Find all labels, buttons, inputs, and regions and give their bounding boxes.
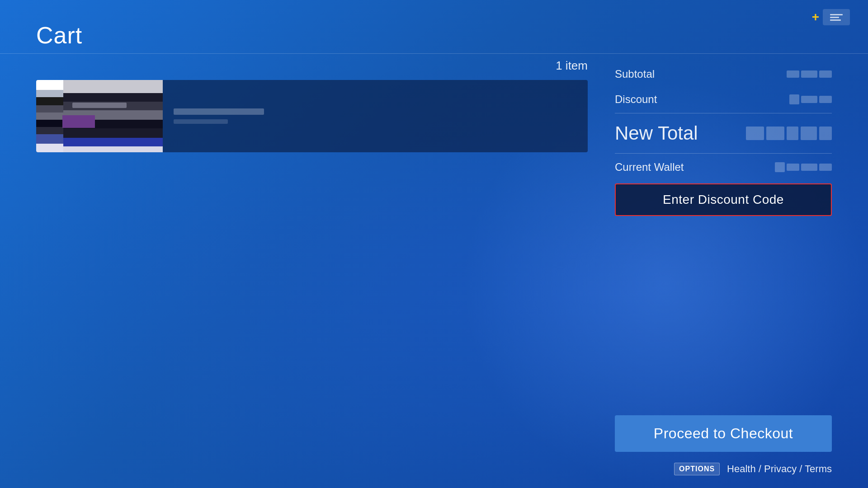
total-block-4 [801,127,817,140]
subtotal-value [787,70,832,78]
new-total-value [746,127,832,140]
top-right-icons: + [812,9,850,25]
subtotal-block-2 [801,70,817,78]
new-total-label: New Total [615,122,698,144]
total-block-2 [766,127,784,140]
subtotal-row: Subtotal [615,61,832,87]
summary-spacer [615,216,832,415]
icon-bar-1 [830,14,843,15]
icon-bar-3 [830,19,841,21]
discount-block-1 [789,94,799,104]
discount-value [789,94,832,104]
main-content: 1 item Subtotal [36,59,832,488]
current-wallet-row: Current Wallet [615,155,832,180]
enter-discount-code-button[interactable]: Enter Discount Code [615,183,832,216]
item-count: 1 item [36,59,588,73]
cart-items-section: 1 item [36,59,588,488]
discount-block-2 [801,96,817,103]
subtotal-label: Subtotal [615,68,655,80]
ps-plus-icon: + [812,10,819,24]
thumb-purple-accent [62,115,95,128]
game-thumbnail [36,80,163,152]
game-info [163,101,588,131]
user-icon-inner [830,14,843,21]
game-sub-placeholder [174,119,228,124]
user-account-icon[interactable] [823,9,850,25]
wallet-value [775,162,832,172]
total-block-3 [787,127,798,140]
cart-item-card[interactable] [36,80,588,152]
proceed-to-checkout-button[interactable]: Proceed to Checkout [615,415,832,452]
discount-block-3 [819,96,832,103]
subtotal-block-1 [787,70,799,78]
thumb-highlight [72,103,127,108]
page-title: Cart [36,22,82,49]
thumb-side-bar [36,80,63,152]
total-block-1 [746,127,764,140]
wallet-block-2 [787,164,799,171]
footer-link-text[interactable]: Health / Privacy / Terms [727,463,832,475]
game-title-placeholder [174,108,264,115]
wallet-block-1 [775,162,785,172]
order-summary: Subtotal Discount New Total [615,59,832,488]
current-wallet-label: Current Wallet [615,161,684,174]
wallet-block-3 [801,164,817,171]
total-divider [615,113,832,113]
subtotal-block-3 [819,70,832,78]
discount-row: Discount [615,87,832,112]
total-block-5 [819,127,832,140]
title-divider [0,53,868,54]
footer-links: OPTIONS Health / Privacy / Terms [674,463,832,475]
wallet-block-4 [819,164,832,171]
icon-bar-2 [830,17,839,18]
new-total-row: New Total [615,114,832,152]
discount-label: Discount [615,93,657,106]
wallet-divider [615,153,832,154]
options-badge[interactable]: OPTIONS [674,463,720,475]
